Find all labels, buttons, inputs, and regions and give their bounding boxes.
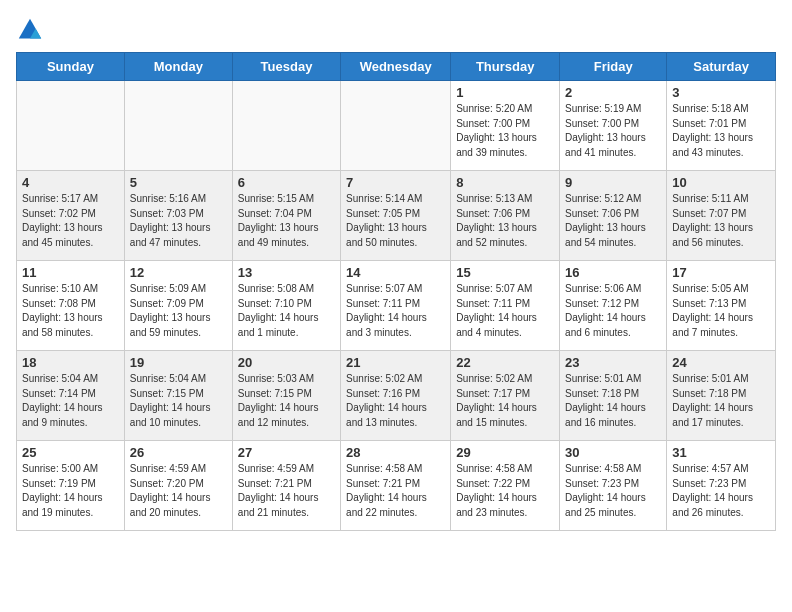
week-row-5: 25Sunrise: 5:00 AM Sunset: 7:19 PM Dayli… [17, 441, 776, 531]
weekday-header-tuesday: Tuesday [232, 53, 340, 81]
day-info: Sunrise: 5:01 AM Sunset: 7:18 PM Dayligh… [672, 372, 770, 430]
day-number: 20 [238, 355, 335, 370]
weekday-header-monday: Monday [124, 53, 232, 81]
day-number: 11 [22, 265, 119, 280]
day-info: Sunrise: 5:04 AM Sunset: 7:15 PM Dayligh… [130, 372, 227, 430]
weekday-header-row: SundayMondayTuesdayWednesdayThursdayFrid… [17, 53, 776, 81]
calendar-table: SundayMondayTuesdayWednesdayThursdayFrid… [16, 52, 776, 531]
day-info: Sunrise: 5:14 AM Sunset: 7:05 PM Dayligh… [346, 192, 445, 250]
day-number: 19 [130, 355, 227, 370]
day-info: Sunrise: 5:18 AM Sunset: 7:01 PM Dayligh… [672, 102, 770, 160]
calendar-cell: 1Sunrise: 5:20 AM Sunset: 7:00 PM Daylig… [451, 81, 560, 171]
calendar-cell: 27Sunrise: 4:59 AM Sunset: 7:21 PM Dayli… [232, 441, 340, 531]
calendar-cell: 2Sunrise: 5:19 AM Sunset: 7:00 PM Daylig… [560, 81, 667, 171]
calendar-cell: 8Sunrise: 5:13 AM Sunset: 7:06 PM Daylig… [451, 171, 560, 261]
day-number: 16 [565, 265, 661, 280]
day-number: 18 [22, 355, 119, 370]
day-info: Sunrise: 5:17 AM Sunset: 7:02 PM Dayligh… [22, 192, 119, 250]
day-number: 5 [130, 175, 227, 190]
calendar-cell: 29Sunrise: 4:58 AM Sunset: 7:22 PM Dayli… [451, 441, 560, 531]
logo [16, 16, 48, 44]
week-row-2: 4Sunrise: 5:17 AM Sunset: 7:02 PM Daylig… [17, 171, 776, 261]
day-number: 21 [346, 355, 445, 370]
day-info: Sunrise: 5:16 AM Sunset: 7:03 PM Dayligh… [130, 192, 227, 250]
day-info: Sunrise: 4:59 AM Sunset: 7:21 PM Dayligh… [238, 462, 335, 520]
calendar-cell: 26Sunrise: 4:59 AM Sunset: 7:20 PM Dayli… [124, 441, 232, 531]
week-row-1: 1Sunrise: 5:20 AM Sunset: 7:00 PM Daylig… [17, 81, 776, 171]
calendar-cell: 5Sunrise: 5:16 AM Sunset: 7:03 PM Daylig… [124, 171, 232, 261]
day-number: 4 [22, 175, 119, 190]
calendar-cell [341, 81, 451, 171]
day-number: 13 [238, 265, 335, 280]
calendar-cell: 12Sunrise: 5:09 AM Sunset: 7:09 PM Dayli… [124, 261, 232, 351]
day-number: 1 [456, 85, 554, 100]
calendar-cell [232, 81, 340, 171]
calendar-cell: 9Sunrise: 5:12 AM Sunset: 7:06 PM Daylig… [560, 171, 667, 261]
day-info: Sunrise: 5:09 AM Sunset: 7:09 PM Dayligh… [130, 282, 227, 340]
calendar-cell: 6Sunrise: 5:15 AM Sunset: 7:04 PM Daylig… [232, 171, 340, 261]
day-info: Sunrise: 5:06 AM Sunset: 7:12 PM Dayligh… [565, 282, 661, 340]
day-info: Sunrise: 4:58 AM Sunset: 7:23 PM Dayligh… [565, 462, 661, 520]
day-info: Sunrise: 5:03 AM Sunset: 7:15 PM Dayligh… [238, 372, 335, 430]
day-number: 7 [346, 175, 445, 190]
calendar-cell: 25Sunrise: 5:00 AM Sunset: 7:19 PM Dayli… [17, 441, 125, 531]
day-number: 9 [565, 175, 661, 190]
day-number: 27 [238, 445, 335, 460]
calendar-cell: 14Sunrise: 5:07 AM Sunset: 7:11 PM Dayli… [341, 261, 451, 351]
day-info: Sunrise: 5:01 AM Sunset: 7:18 PM Dayligh… [565, 372, 661, 430]
calendar-cell: 22Sunrise: 5:02 AM Sunset: 7:17 PM Dayli… [451, 351, 560, 441]
calendar-cell: 15Sunrise: 5:07 AM Sunset: 7:11 PM Dayli… [451, 261, 560, 351]
week-row-3: 11Sunrise: 5:10 AM Sunset: 7:08 PM Dayli… [17, 261, 776, 351]
day-info: Sunrise: 5:02 AM Sunset: 7:17 PM Dayligh… [456, 372, 554, 430]
calendar-cell: 18Sunrise: 5:04 AM Sunset: 7:14 PM Dayli… [17, 351, 125, 441]
week-row-4: 18Sunrise: 5:04 AM Sunset: 7:14 PM Dayli… [17, 351, 776, 441]
day-info: Sunrise: 5:13 AM Sunset: 7:06 PM Dayligh… [456, 192, 554, 250]
calendar-cell: 20Sunrise: 5:03 AM Sunset: 7:15 PM Dayli… [232, 351, 340, 441]
calendar-cell: 17Sunrise: 5:05 AM Sunset: 7:13 PM Dayli… [667, 261, 776, 351]
day-info: Sunrise: 5:07 AM Sunset: 7:11 PM Dayligh… [456, 282, 554, 340]
day-info: Sunrise: 5:19 AM Sunset: 7:00 PM Dayligh… [565, 102, 661, 160]
day-info: Sunrise: 5:08 AM Sunset: 7:10 PM Dayligh… [238, 282, 335, 340]
logo-icon [16, 16, 44, 44]
calendar-cell: 19Sunrise: 5:04 AM Sunset: 7:15 PM Dayli… [124, 351, 232, 441]
calendar-cell: 23Sunrise: 5:01 AM Sunset: 7:18 PM Dayli… [560, 351, 667, 441]
day-info: Sunrise: 4:58 AM Sunset: 7:21 PM Dayligh… [346, 462, 445, 520]
day-number: 23 [565, 355, 661, 370]
day-info: Sunrise: 5:15 AM Sunset: 7:04 PM Dayligh… [238, 192, 335, 250]
day-info: Sunrise: 5:10 AM Sunset: 7:08 PM Dayligh… [22, 282, 119, 340]
day-info: Sunrise: 5:04 AM Sunset: 7:14 PM Dayligh… [22, 372, 119, 430]
calendar-cell: 10Sunrise: 5:11 AM Sunset: 7:07 PM Dayli… [667, 171, 776, 261]
day-number: 24 [672, 355, 770, 370]
calendar-cell: 4Sunrise: 5:17 AM Sunset: 7:02 PM Daylig… [17, 171, 125, 261]
calendar-cell: 30Sunrise: 4:58 AM Sunset: 7:23 PM Dayli… [560, 441, 667, 531]
day-info: Sunrise: 4:57 AM Sunset: 7:23 PM Dayligh… [672, 462, 770, 520]
day-number: 2 [565, 85, 661, 100]
weekday-header-sunday: Sunday [17, 53, 125, 81]
day-number: 29 [456, 445, 554, 460]
day-info: Sunrise: 5:05 AM Sunset: 7:13 PM Dayligh… [672, 282, 770, 340]
calendar-cell: 28Sunrise: 4:58 AM Sunset: 7:21 PM Dayli… [341, 441, 451, 531]
calendar-cell [17, 81, 125, 171]
day-info: Sunrise: 5:12 AM Sunset: 7:06 PM Dayligh… [565, 192, 661, 250]
calendar-cell: 11Sunrise: 5:10 AM Sunset: 7:08 PM Dayli… [17, 261, 125, 351]
day-info: Sunrise: 5:00 AM Sunset: 7:19 PM Dayligh… [22, 462, 119, 520]
day-number: 12 [130, 265, 227, 280]
page-header [16, 16, 776, 44]
calendar-cell [124, 81, 232, 171]
day-number: 15 [456, 265, 554, 280]
calendar-cell: 21Sunrise: 5:02 AM Sunset: 7:16 PM Dayli… [341, 351, 451, 441]
weekday-header-saturday: Saturday [667, 53, 776, 81]
day-number: 28 [346, 445, 445, 460]
calendar-cell: 31Sunrise: 4:57 AM Sunset: 7:23 PM Dayli… [667, 441, 776, 531]
day-number: 26 [130, 445, 227, 460]
day-info: Sunrise: 5:11 AM Sunset: 7:07 PM Dayligh… [672, 192, 770, 250]
day-info: Sunrise: 5:20 AM Sunset: 7:00 PM Dayligh… [456, 102, 554, 160]
calendar-cell: 7Sunrise: 5:14 AM Sunset: 7:05 PM Daylig… [341, 171, 451, 261]
day-info: Sunrise: 4:58 AM Sunset: 7:22 PM Dayligh… [456, 462, 554, 520]
day-number: 30 [565, 445, 661, 460]
calendar-cell: 16Sunrise: 5:06 AM Sunset: 7:12 PM Dayli… [560, 261, 667, 351]
day-number: 22 [456, 355, 554, 370]
day-info: Sunrise: 5:07 AM Sunset: 7:11 PM Dayligh… [346, 282, 445, 340]
weekday-header-friday: Friday [560, 53, 667, 81]
day-number: 10 [672, 175, 770, 190]
